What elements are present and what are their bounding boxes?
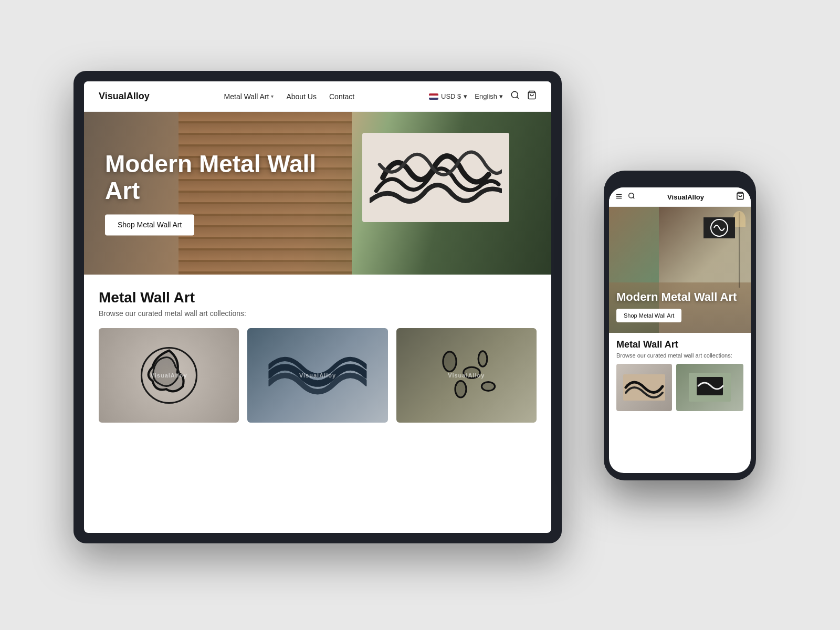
- site-actions: USD $ ▾ English ▾: [429, 90, 537, 102]
- hero-wall-art-display: [362, 133, 509, 222]
- phone-hero-title: Modern Metal Wall Art: [616, 291, 737, 303]
- language-selector[interactable]: English ▾: [475, 92, 503, 100]
- nav-contact[interactable]: Contact: [329, 92, 354, 101]
- phone-shop-now-button[interactable]: Shop Metal Wall Art: [616, 309, 681, 322]
- wall-art-svg: [370, 138, 502, 218]
- product-card-2[interactable]: VisualAlloy: [247, 328, 387, 423]
- currency-selector[interactable]: USD $ ▾: [429, 92, 467, 100]
- below-hero-section: Metal Wall Art Browse our curated metal …: [84, 275, 551, 431]
- phone-product-card-1[interactable]: [616, 364, 672, 411]
- nav-about-us[interactable]: About Us: [286, 92, 317, 101]
- svg-point-8: [478, 351, 487, 366]
- chevron-down-icon: ▾: [271, 93, 274, 99]
- phone-cart-icon[interactable]: [736, 192, 744, 202]
- hero-section: Modern Metal Wall Art Shop Metal Wall Ar…: [84, 112, 551, 275]
- hamburger-icon[interactable]: [615, 193, 623, 202]
- phone-section-subtitle: Browse our curated metal wall art collec…: [616, 352, 743, 359]
- laptop-body: VisualAlloy Metal Wall Art ▾ About Us Co…: [74, 71, 562, 543]
- svg-point-13: [629, 193, 634, 198]
- section-subtitle: Browse our curated metal wall art collec…: [99, 309, 537, 318]
- svg-point-7: [455, 381, 466, 398]
- phone-left-icons: [615, 192, 635, 202]
- svg-rect-20: [697, 377, 723, 395]
- phone-header: VisualAlloy: [609, 187, 751, 207]
- svg-line-1: [517, 97, 518, 98]
- site-header: VisualAlloy Metal Wall Art ▾ About Us Co…: [84, 81, 551, 112]
- flag-icon: [429, 93, 438, 100]
- svg-line-14: [633, 197, 635, 199]
- phone-section-title: Metal Wall Art: [616, 339, 743, 350]
- phone-notch: [659, 178, 701, 184]
- phone-search-icon[interactable]: [628, 192, 635, 202]
- phone-logo: VisualAlloy: [667, 193, 704, 201]
- hero-title: Modern Metal Wall Art: [105, 151, 326, 204]
- nav-metal-wall-art[interactable]: Metal Wall Art ▾: [224, 92, 274, 101]
- scene: VisualAlloy Metal Wall Art ▾ About Us Co…: [52, 39, 788, 591]
- section-title: Metal Wall Art: [99, 289, 537, 306]
- cart-icon[interactable]: [527, 90, 537, 102]
- phone-art-2: [689, 366, 731, 408]
- phone-hero-content: Modern Metal Wall Art Shop Metal Wall Ar…: [616, 291, 737, 322]
- laptop-screen: VisualAlloy Metal Wall Art ▾ About Us Co…: [84, 81, 551, 533]
- svg-point-0: [511, 91, 518, 98]
- currency-chevron-icon: ▾: [464, 92, 467, 100]
- card-watermark-2: VisualAlloy: [299, 372, 336, 379]
- product-grid: VisualAlloy VisualAlloy: [99, 328, 537, 423]
- phone-art-1: [623, 366, 665, 408]
- svg-point-9: [482, 382, 495, 391]
- phone-device: VisualAlloy: [604, 171, 756, 480]
- svg-point-5: [443, 352, 456, 372]
- card-watermark-3: VisualAlloy: [448, 372, 485, 379]
- shop-now-button[interactable]: Shop Metal Wall Art: [105, 215, 194, 236]
- phone-product-card-2[interactable]: [676, 364, 743, 411]
- phone-screen: VisualAlloy: [609, 187, 751, 473]
- hero-content: Modern Metal Wall Art Shop Metal Wall Ar…: [105, 151, 326, 235]
- phone-product-grid: [616, 364, 743, 411]
- laptop-device: VisualAlloy Metal Wall Art ▾ About Us Co…: [74, 71, 562, 543]
- lang-chevron-icon: ▾: [499, 92, 503, 100]
- phone-below-section: Metal Wall Art Browse our curated metal …: [609, 333, 751, 417]
- product-card-1[interactable]: VisualAlloy: [99, 328, 239, 423]
- phone-hero-section: Modern Metal Wall Art Shop Metal Wall Ar…: [609, 207, 751, 333]
- card-watermark-1: VisualAlloy: [151, 372, 187, 379]
- site-nav: Metal Wall Art ▾ About Us Contact: [224, 92, 355, 101]
- product-card-3[interactable]: VisualAlloy: [396, 328, 537, 423]
- site-logo: VisualAlloy: [99, 91, 150, 102]
- search-icon[interactable]: [510, 90, 520, 102]
